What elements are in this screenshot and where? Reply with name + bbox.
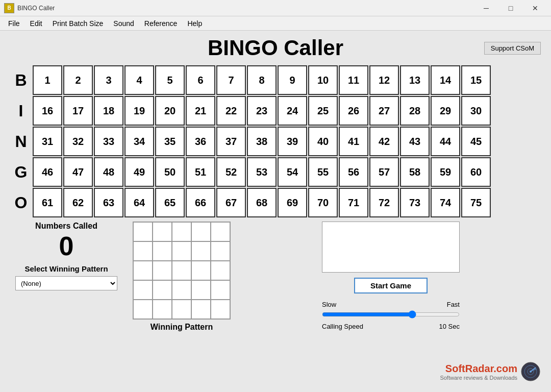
pattern-cell[interactable] [172,300,191,319]
menu-item-file[interactable]: File [4,18,24,29]
bingo-cell-60[interactable]: 60 [461,157,491,187]
bingo-cell-46[interactable]: 46 [33,157,62,187]
bingo-cell-17[interactable]: 17 [63,96,93,126]
bingo-cell-24[interactable]: 24 [278,96,307,126]
bingo-cell-11[interactable]: 11 [339,65,368,95]
menu-item-reference[interactable]: Reference [140,18,182,29]
bingo-cell-9[interactable]: 9 [278,65,307,95]
bingo-cell-2[interactable]: 2 [63,65,93,95]
bingo-cell-25[interactable]: 25 [308,96,338,126]
pattern-cell[interactable] [172,280,191,300]
menu-item-print-batch-size[interactable]: Print Batch Size [48,18,108,29]
bingo-cell-28[interactable]: 28 [400,96,430,126]
pattern-cell[interactable] [191,280,211,300]
pattern-cell[interactable] [172,222,191,241]
pattern-cell[interactable] [211,222,230,241]
bingo-cell-41[interactable]: 41 [339,127,368,156]
bingo-cell-30[interactable]: 30 [461,96,491,126]
bingo-cell-49[interactable]: 49 [124,157,154,187]
bingo-cell-29[interactable]: 29 [431,96,460,126]
bingo-cell-53[interactable]: 53 [247,157,277,187]
pattern-cell[interactable] [153,241,172,261]
minimize-button[interactable]: ─ [474,1,498,15]
bingo-cell-10[interactable]: 10 [308,65,338,95]
pattern-cell[interactable] [211,280,230,300]
bingo-cell-7[interactable]: 7 [216,65,246,95]
bingo-cell-63[interactable]: 63 [94,188,123,217]
bingo-cell-36[interactable]: 36 [186,127,215,156]
menu-item-edit[interactable]: Edit [26,18,46,29]
pattern-cell[interactable] [172,261,191,280]
pattern-cell[interactable] [153,222,172,241]
bingo-cell-31[interactable]: 31 [33,127,62,156]
bingo-cell-72[interactable]: 72 [369,188,399,217]
bingo-cell-21[interactable]: 21 [186,96,215,126]
bingo-cell-73[interactable]: 73 [400,188,430,217]
bingo-cell-48[interactable]: 48 [94,157,123,187]
speed-slider[interactable] [322,310,460,318]
bingo-cell-54[interactable]: 54 [278,157,307,187]
bingo-cell-16[interactable]: 16 [33,96,62,126]
pattern-cell[interactable] [153,280,172,300]
bingo-cell-55[interactable]: 55 [308,157,338,187]
bingo-cell-40[interactable]: 40 [308,127,338,156]
bingo-cell-52[interactable]: 52 [216,157,246,187]
menu-item-help[interactable]: Help [183,18,206,29]
bingo-cell-58[interactable]: 58 [400,157,430,187]
bingo-cell-4[interactable]: 4 [124,65,154,95]
bingo-cell-34[interactable]: 34 [124,127,154,156]
pattern-cell[interactable] [133,300,153,319]
bingo-cell-68[interactable]: 68 [247,188,277,217]
bingo-cell-57[interactable]: 57 [369,157,399,187]
bingo-cell-43[interactable]: 43 [400,127,430,156]
pattern-cell[interactable] [133,241,153,261]
menu-item-sound[interactable]: Sound [109,18,138,29]
bingo-cell-12[interactable]: 12 [369,65,399,95]
close-button[interactable]: ✕ [523,1,547,15]
bingo-cell-51[interactable]: 51 [186,157,215,187]
bingo-cell-23[interactable]: 23 [247,96,277,126]
bingo-cell-5[interactable]: 5 [155,65,185,95]
bingo-cell-37[interactable]: 37 [216,127,246,156]
pattern-cell[interactable] [153,300,172,319]
bingo-cell-61[interactable]: 61 [33,188,62,217]
bingo-cell-13[interactable]: 13 [400,65,430,95]
pattern-cell[interactable] [133,222,153,241]
bingo-cell-64[interactable]: 64 [124,188,154,217]
pattern-cell[interactable] [211,261,230,280]
pattern-cell[interactable] [191,241,211,261]
bingo-cell-47[interactable]: 47 [63,157,93,187]
bingo-cell-75[interactable]: 75 [461,188,491,217]
bingo-cell-71[interactable]: 71 [339,188,368,217]
pattern-select[interactable]: (None)Any Single LineTwo LinesFull House… [15,276,117,290]
bingo-cell-59[interactable]: 59 [431,157,460,187]
pattern-cell[interactable] [211,300,230,319]
bingo-cell-15[interactable]: 15 [461,65,491,95]
start-game-button[interactable]: Start Game [354,278,428,293]
bingo-cell-14[interactable]: 14 [431,65,460,95]
bingo-cell-38[interactable]: 38 [247,127,277,156]
pattern-cell[interactable] [191,261,211,280]
support-button[interactable]: Support CSoM [484,42,541,55]
bingo-cell-74[interactable]: 74 [431,188,460,217]
bingo-cell-42[interactable]: 42 [369,127,399,156]
pattern-cell[interactable] [133,261,153,280]
pattern-cell[interactable] [191,300,211,319]
bingo-cell-35[interactable]: 35 [155,127,185,156]
bingo-cell-27[interactable]: 27 [369,96,399,126]
bingo-cell-18[interactable]: 18 [94,96,123,126]
bingo-cell-3[interactable]: 3 [94,65,123,95]
pattern-cell[interactable] [191,222,211,241]
bingo-cell-39[interactable]: 39 [278,127,307,156]
pattern-cell[interactable] [133,280,153,300]
bingo-cell-32[interactable]: 32 [63,127,93,156]
bingo-cell-26[interactable]: 26 [339,96,368,126]
bingo-cell-19[interactable]: 19 [124,96,154,126]
bingo-cell-33[interactable]: 33 [94,127,123,156]
bingo-cell-56[interactable]: 56 [339,157,368,187]
bingo-cell-44[interactable]: 44 [431,127,460,156]
bingo-cell-62[interactable]: 62 [63,188,93,217]
maximize-button[interactable]: □ [499,1,522,15]
bingo-cell-20[interactable]: 20 [155,96,185,126]
bingo-cell-6[interactable]: 6 [186,65,215,95]
